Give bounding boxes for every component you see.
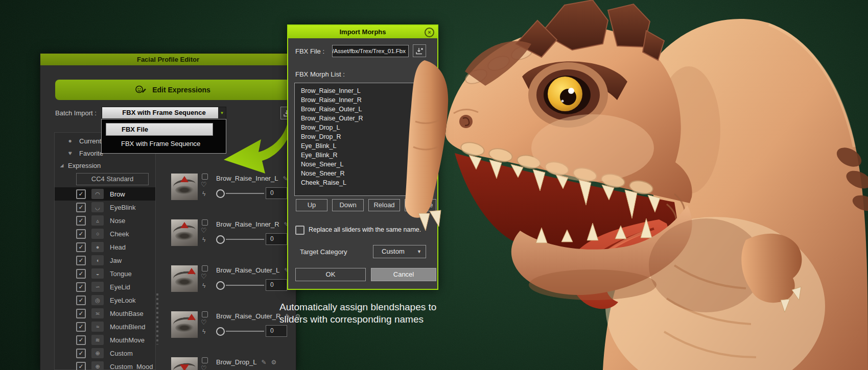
- category-label: Head: [110, 243, 126, 251]
- batch-import-dropdown[interactable]: FBX with Frame Sequence ▼: [102, 107, 226, 119]
- category-row[interactable]: ✓ ● Head: [55, 240, 155, 254]
- tree-item-expression-label: Expression: [68, 162, 101, 169]
- slider-value-box[interactable]: 0: [266, 233, 287, 245]
- category-checkbox[interactable]: ✓: [76, 295, 86, 305]
- expression-tree-panel: ● Current ♥ Favorite ◢ Expression CC4 St…: [54, 132, 156, 370]
- category-row[interactable]: ✓ ≈ MouthBlend: [55, 320, 155, 333]
- favorite-heart-icon[interactable]: ♡: [201, 181, 207, 188]
- slider-value-box[interactable]: 0: [266, 279, 287, 291]
- slider-value-box[interactable]: 0: [266, 187, 287, 199]
- category-row[interactable]: ✓ ◎ EyeLook: [55, 293, 155, 307]
- category-checkbox[interactable]: ✓: [76, 362, 86, 370]
- category-row[interactable]: ✓ ○ Cheek: [55, 227, 155, 240]
- fbx-file-path-field[interactable]: 化/Asset/fbx/Trex/Trex_01.Fbx: [332, 45, 409, 57]
- slider-knob[interactable]: [216, 189, 225, 198]
- slider-track[interactable]: [226, 239, 264, 240]
- lightning-icon[interactable]: ϟ: [202, 190, 205, 198]
- category-row[interactable]: ✓ ▵ Nose: [55, 214, 155, 227]
- category-checkbox[interactable]: ✓: [76, 349, 86, 358]
- morph-thumbnail[interactable]: [171, 219, 198, 246]
- slider-checkbox[interactable]: [202, 265, 208, 272]
- edit-pencil-icon[interactable]: ✎: [262, 359, 267, 366]
- morph-direction-marker: [187, 268, 196, 274]
- window-title: Facial Profile Editor: [137, 56, 199, 63]
- tree-scrollbar[interactable]: [156, 293, 158, 344]
- ok-button[interactable]: OK: [295, 268, 366, 281]
- category-row[interactable]: ✓ ≋ MouthMove: [55, 333, 155, 347]
- slider-track[interactable]: [226, 193, 264, 194]
- lightning-icon[interactable]: ϟ: [202, 236, 205, 243]
- favorite-heart-icon[interactable]: ♡: [201, 318, 207, 326]
- menu-item-fbx-file[interactable]: FBX File: [106, 123, 213, 136]
- slider-checkbox[interactable]: [202, 174, 208, 180]
- category-row[interactable]: ✓ ◠ Brow: [55, 187, 155, 201]
- favorite-heart-icon[interactable]: ♡: [201, 364, 207, 370]
- reload-button[interactable]: Reload: [368, 199, 400, 211]
- category-checkbox[interactable]: ✓: [76, 282, 86, 292]
- category-row[interactable]: ✓ ⊕ Custom: [55, 347, 155, 360]
- category-checkbox[interactable]: ✓: [76, 322, 86, 332]
- category-checkbox[interactable]: ✓: [76, 203, 86, 212]
- category-row[interactable]: ✓ ◒ Tongue: [55, 267, 155, 280]
- category-label: Tongue: [110, 270, 132, 278]
- cc4-standard-button[interactable]: CC4 Standard: [76, 173, 149, 185]
- slider-row: ♡ ϟ Brow_Raise_Inner_L ✎⚙ 0: [171, 174, 290, 217]
- category-label: Brow: [110, 190, 125, 198]
- lightning-icon[interactable]: ϟ: [202, 282, 205, 289]
- category-row[interactable]: ✓ ≍ MouthBase: [55, 307, 155, 320]
- category-row[interactable]: ✓ ⊕ Custom_Mood: [55, 360, 155, 370]
- close-icon[interactable]: ×: [425, 28, 434, 37]
- category-label: EyeBlink: [110, 204, 136, 211]
- category-checkbox[interactable]: ✓: [76, 269, 86, 279]
- tree-item-expression[interactable]: ◢ Expression: [55, 159, 155, 171]
- claw: [418, 213, 430, 231]
- caption-text: Automatically assign blendshapes to slid…: [279, 301, 436, 326]
- cheek-icon: ○: [91, 229, 104, 239]
- favorite-heart-icon[interactable]: ♡: [201, 273, 207, 280]
- replace-sliders-checkbox[interactable]: [295, 226, 304, 235]
- category-checkbox[interactable]: ✓: [76, 189, 86, 199]
- browse-fbx-icon-button[interactable]: [413, 44, 426, 57]
- category-checkbox[interactable]: ✓: [76, 335, 86, 345]
- category-checkbox[interactable]: ✓: [76, 256, 86, 265]
- slider-value-box[interactable]: 0: [266, 325, 287, 337]
- morph-thumbnail[interactable]: [171, 311, 198, 338]
- import-morphs-titlebar[interactable]: Import Morphs ×: [288, 26, 437, 38]
- favorite-heart-icon[interactable]: ♡: [201, 227, 207, 234]
- category-checkbox[interactable]: ✓: [76, 242, 86, 252]
- lightning-icon[interactable]: ϟ: [202, 328, 205, 335]
- batch-import-label: Batch Import :: [55, 109, 97, 117]
- morph-thumbnail[interactable]: [171, 265, 198, 292]
- slider-track[interactable]: [226, 285, 264, 286]
- category-label: Custom: [110, 350, 133, 357]
- slider-name: Brow_Drop_L: [216, 358, 257, 366]
- category-checkbox[interactable]: ✓: [76, 216, 86, 226]
- slider-checkbox[interactable]: [202, 357, 208, 363]
- category-checkbox[interactable]: ✓: [76, 309, 86, 318]
- category-row[interactable]: ✓ ◡ EyeBlink: [55, 201, 155, 214]
- slider-track[interactable]: [226, 331, 264, 332]
- slider-checkbox[interactable]: [202, 219, 208, 226]
- category-checkbox[interactable]: ✓: [76, 229, 86, 239]
- cancel-button[interactable]: Cancel: [371, 268, 436, 281]
- slider-knob[interactable]: [216, 281, 225, 290]
- up-button[interactable]: Up: [296, 199, 327, 211]
- slider-knob[interactable]: [216, 327, 225, 336]
- category-row[interactable]: ✓ ◖ Jaw: [55, 254, 155, 267]
- edit-expressions-button[interactable]: Edit Expressions: [55, 80, 290, 100]
- tree-item-favorite-label: Favorite: [79, 150, 103, 157]
- slider-name: Brow_Raise_Outer_L: [216, 266, 279, 274]
- morph-thumbnail[interactable]: [171, 174, 198, 200]
- morph-thumbnail[interactable]: [171, 357, 198, 370]
- down-button[interactable]: Down: [332, 199, 364, 211]
- slider-knob[interactable]: [216, 235, 225, 244]
- category-label: Custom_Mood: [110, 363, 153, 370]
- gear-icon[interactable]: ⚙: [271, 359, 277, 366]
- facial-profile-editor-titlebar[interactable]: Facial Profile Editor: [40, 54, 296, 65]
- category-row[interactable]: ✓ ∽ EyeLid: [55, 280, 155, 293]
- eyelid-icon: ∽: [91, 282, 104, 292]
- target-category-select[interactable]: Custom ▼: [373, 245, 426, 258]
- menu-item-fbx-frame-sequence[interactable]: FBX with Frame Sequence: [106, 139, 238, 149]
- category-label: MouthBase: [110, 310, 144, 317]
- slider-checkbox[interactable]: [202, 311, 208, 317]
